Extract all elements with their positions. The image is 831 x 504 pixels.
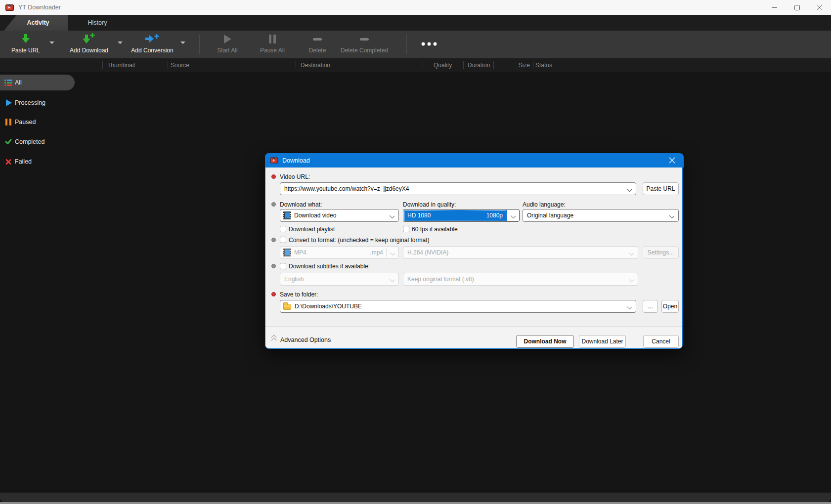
sidebar-item-completed[interactable]: Completed: [0, 134, 79, 150]
sidebar-item-failed[interactable]: Failed: [0, 154, 79, 169]
chevron-down-icon: [629, 251, 633, 254]
paused-icon: [4, 118, 12, 126]
dialog-icon: [270, 158, 278, 164]
chevron-down-icon: [629, 277, 633, 281]
status-bar: [0, 493, 831, 502]
dialog-paste-url-button[interactable]: Paste URL: [643, 182, 679, 195]
minimize-button[interactable]: [763, 0, 786, 15]
tab-bar: Activity History: [0, 15, 831, 31]
completed-icon: [4, 138, 12, 146]
paste-url-button[interactable]: Paste URL: [6, 33, 45, 56]
dot-download-what: [271, 202, 276, 207]
subtitles-checkbox[interactable]: [280, 263, 286, 269]
quality-label: Download in quality:: [403, 201, 456, 208]
failed-icon: [4, 158, 12, 166]
subtitle-language-select[interactable]: English: [280, 273, 399, 286]
chevron-down-icon: [390, 277, 394, 281]
download-later-button[interactable]: Download Later: [579, 335, 626, 348]
chevron-down-icon[interactable]: [627, 304, 631, 308]
sidebar-item-processing[interactable]: Processing: [0, 95, 79, 111]
chevron-down-icon: [391, 251, 394, 254]
add-download-button[interactable]: Add Download: [63, 33, 115, 56]
subtitle-format-select[interactable]: Keep original format (.vtt): [403, 273, 638, 286]
app-title: YT Downloader: [18, 4, 61, 11]
fps60-checkbox[interactable]: [403, 226, 409, 232]
open-folder-button[interactable]: Open: [661, 300, 679, 313]
delete-icon: [302, 33, 333, 45]
tab-history[interactable]: History: [68, 15, 127, 31]
column-destination[interactable]: Destination: [301, 62, 330, 69]
close-button[interactable]: [808, 0, 831, 15]
dot-subtitles: [271, 264, 276, 268]
dialog-title: Download: [282, 157, 310, 164]
advanced-options-toggle[interactable]: Advanced Options: [280, 336, 331, 343]
format-select[interactable]: MP4 .mp4: [280, 246, 399, 259]
maximize-button[interactable]: [786, 0, 808, 15]
add-download-icon: [63, 33, 115, 45]
film-icon: [283, 211, 291, 219]
pause-all-button[interactable]: Pause All: [255, 33, 290, 56]
column-quality[interactable]: Quality: [434, 62, 452, 69]
app-icon: [5, 4, 14, 11]
dot-convert: [271, 238, 276, 242]
delete-button[interactable]: Delete: [302, 33, 333, 56]
paste-url-dropdown[interactable]: [49, 42, 54, 44]
download-playlist-label: Download playlist: [289, 226, 335, 233]
titlebar: YT Downloader: [0, 0, 831, 15]
audio-language-select[interactable]: Original language: [523, 209, 679, 222]
add-conversion-button[interactable]: Add Conversion: [129, 33, 176, 56]
save-folder-label: Save to folder:: [280, 291, 318, 298]
codec-select[interactable]: H.264 (NVIDIA): [403, 246, 638, 259]
chevron-down-icon[interactable]: [511, 213, 515, 217]
column-duration[interactable]: Duration: [468, 62, 490, 69]
pause-all-icon: [255, 33, 290, 45]
video-url-label: Video URL:: [280, 173, 310, 180]
window-bottom-edge: [0, 502, 831, 504]
delete-completed-icon: [337, 33, 392, 45]
download-dialog: Download Video URL: https://www.youtube.…: [265, 153, 683, 349]
app-window: YT Downloader Activity History Paste URL…: [0, 0, 831, 504]
add-conversion-dropdown[interactable]: [180, 42, 185, 44]
start-all-button[interactable]: Start All: [210, 33, 245, 56]
more-button[interactable]: [418, 33, 440, 56]
required-dot-video-url: [271, 174, 276, 179]
column-thumbnail[interactable]: Thumbnail: [107, 62, 135, 69]
dialog-close-icon[interactable]: [667, 156, 677, 166]
tab-activity[interactable]: Activity: [0, 15, 68, 31]
sidebar-item-paused[interactable]: Paused: [0, 114, 79, 130]
more-icon: [418, 33, 440, 55]
save-folder-input[interactable]: D:\Downloads\YOUTUBE: [280, 300, 636, 313]
start-all-icon: [210, 33, 245, 45]
sidebar-item-all[interactable]: All: [0, 75, 75, 90]
fps60-label: 60 fps if available: [412, 226, 458, 233]
download-what-select[interactable]: Download video: [280, 209, 399, 222]
chevron-down-icon[interactable]: [627, 187, 631, 191]
video-url-input[interactable]: https://www.youtube.com/watch?v=z_jjzd6e…: [280, 182, 636, 195]
download-what-label: Download what:: [280, 201, 322, 208]
convert-checkbox[interactable]: [280, 237, 286, 243]
add-download-dropdown[interactable]: [118, 42, 123, 44]
browse-button[interactable]: ...: [643, 300, 658, 313]
column-status[interactable]: Status: [535, 62, 552, 69]
download-playlist-checkbox[interactable]: [280, 226, 286, 232]
column-headers: Thumbnail Source Destination Quality Dur…: [0, 58, 831, 72]
download-now-button[interactable]: Download Now: [516, 335, 574, 348]
column-source[interactable]: Source: [171, 62, 189, 69]
all-list-icon: [4, 79, 12, 86]
toolbar: Paste URL Add Download Add Conversion St…: [0, 31, 831, 58]
folder-icon: [283, 304, 291, 310]
dialog-titlebar: Download: [265, 153, 684, 168]
subtitles-label: Download subtitles if available:: [289, 263, 370, 270]
paste-url-icon: [6, 33, 45, 45]
column-size[interactable]: Size: [514, 62, 530, 69]
chevron-down-icon[interactable]: [390, 213, 394, 217]
add-conversion-icon: [129, 33, 176, 45]
audio-label: Audio language:: [523, 201, 566, 208]
settings-button[interactable]: Settings...: [643, 246, 679, 259]
cancel-button[interactable]: Cancel: [643, 335, 679, 348]
delete-completed-button[interactable]: Delete Completed: [337, 33, 392, 56]
chevron-down-icon[interactable]: [670, 213, 674, 217]
convert-label: Convert to format: (unchecked = keep ori…: [289, 237, 429, 244]
advanced-options-icon: [271, 335, 278, 343]
quality-select[interactable]: HD 1080 1080p: [403, 209, 520, 222]
